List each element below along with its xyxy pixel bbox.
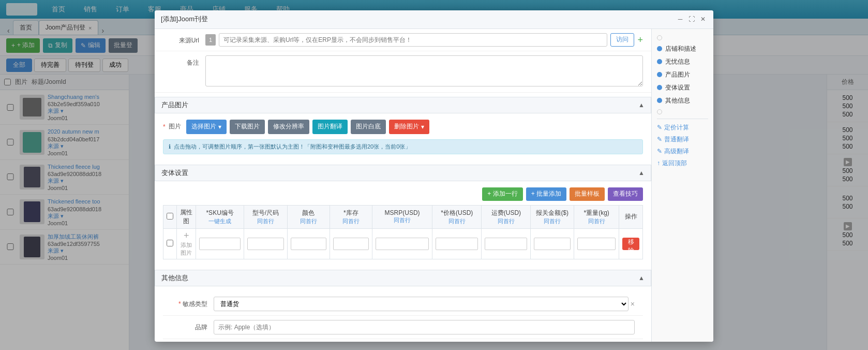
th-checkbox <box>163 205 177 228</box>
required-star: * <box>163 123 166 130</box>
brand-input[interactable] <box>214 320 635 334</box>
other-info-section-header: 其他信息 ▲ <box>155 270 651 286</box>
color-input[interactable] <box>291 238 326 250</box>
clear-sensitive-button[interactable]: × <box>631 300 635 308</box>
modal-main-content: 来源Url 1 访问 + 备注 <box>155 29 651 342</box>
sku-input[interactable] <box>199 238 241 250</box>
images-collapse-button[interactable]: ▲ <box>638 101 645 109</box>
url-input[interactable] <box>219 33 607 47</box>
declare-input[interactable] <box>534 238 571 250</box>
translate-image-button[interactable]: 图片翻译 <box>312 120 348 134</box>
images-section-header: 产品图片 ▲ <box>155 97 651 113</box>
declare-cell <box>531 228 574 259</box>
color-sync-link[interactable]: 同首行 <box>291 217 326 225</box>
msrp-input[interactable] <box>376 238 429 250</box>
sidebar-info-item[interactable]: 无忧信息 <box>657 57 708 66</box>
remove-row-button[interactable]: 移除 <box>622 238 639 250</box>
maximize-button[interactable]: ⛶ <box>687 15 696 23</box>
other-info-title: 其他信息 <box>161 273 188 283</box>
sku-cell <box>196 228 244 259</box>
variant-section-header: 变体设置 ▲ <box>155 165 651 181</box>
pricing-calc-link[interactable]: ✎ 定价计算 <box>657 123 708 132</box>
add-image-button[interactable]: + 添加图片 <box>180 231 192 257</box>
visit-button[interactable]: 访问 <box>610 33 634 47</box>
stock-cell <box>330 228 372 259</box>
add-row-button[interactable]: + 添加一行 <box>482 187 522 201</box>
add-img-cell[interactable]: + 添加图片 <box>177 228 196 259</box>
white-bg-button[interactable]: 图片白底 <box>351 120 386 134</box>
variant-section-title: 变体设置 <box>161 168 188 178</box>
stock-input[interactable] <box>333 238 369 250</box>
sku-gen-link[interactable]: 一键生成 <box>199 217 241 225</box>
msrp-sync-link[interactable]: 同首行 <box>376 216 429 224</box>
source-url-label: 来源Url <box>163 33 199 45</box>
variant-table: 属性图 *SKU编号 一键生成 型号/尺码 同首行 <box>163 205 643 259</box>
msrp-cell <box>372 228 432 259</box>
close-button[interactable]: ✕ <box>699 15 707 23</box>
note-label: 备注 <box>163 55 199 67</box>
up-arrow-icon: ↑ <box>657 159 660 167</box>
size-sync-link[interactable]: 同首行 <box>247 217 284 225</box>
sidebar-variant-item[interactable]: 变体设置 <box>657 83 708 92</box>
sidebar-extra-item <box>657 109 708 114</box>
brand-label: 品牌 <box>171 320 207 332</box>
size-input[interactable] <box>247 238 284 250</box>
th-weight: *重量(kg) 同首行 <box>574 205 619 228</box>
weight-input[interactable] <box>577 238 616 250</box>
brand-row: 品牌 <box>163 316 643 339</box>
source-url-row: 来源Url 1 访问 + <box>155 29 651 51</box>
batch-sample-button[interactable]: 批量样板 <box>570 187 605 201</box>
modal-controls: ─ ⛶ ✕ <box>676 15 707 23</box>
price-sync-link[interactable]: 同首行 <box>436 217 478 225</box>
variant-row: + 添加图片 <box>163 228 643 259</box>
other-info-collapse-button[interactable]: ▲ <box>638 274 645 282</box>
variant-row-checkbox[interactable] <box>167 240 173 246</box>
back-to-top-link[interactable]: ↑ 返回顶部 <box>657 159 708 168</box>
modal-sidebar: 店铺和描述 无忧信息 产品图片 变体设置 其他信息 <box>651 29 713 342</box>
select-image-button[interactable]: 选择图片 ▾ <box>186 120 227 134</box>
weight-sync-link[interactable]: 同首行 <box>577 217 616 225</box>
minimize-button[interactable]: ─ <box>676 15 684 23</box>
weight-cell <box>574 228 619 259</box>
note-textarea[interactable] <box>205 55 643 86</box>
th-msrp: MSRP(USD) 同首行 <box>372 205 432 228</box>
advanced-translate-icon: ✎ <box>657 148 662 155</box>
normal-translate-link[interactable]: ✎ 普通翻译 <box>657 135 708 144</box>
image-toolbar: * 图片 选择图片 ▾ 下载图片 修改分辨率 图片翻译 <box>163 120 643 134</box>
price-input[interactable] <box>436 238 478 250</box>
sensitive-select-wrapper: 普通货 × <box>214 297 635 311</box>
view-tips-button[interactable]: 查看技巧 <box>608 187 643 201</box>
note-row: 备注 <box>155 51 651 93</box>
variant-select-all[interactable] <box>167 213 173 220</box>
download-image-button[interactable]: 下载图片 <box>230 120 265 134</box>
add-img-label: 添加图片 <box>180 241 192 257</box>
delete-image-button[interactable]: 删除图片 ▾ <box>389 120 429 134</box>
th-action: 操作 <box>619 205 643 228</box>
batch-add-button[interactable]: + 批量添加 <box>526 187 566 201</box>
sidebar-images-item[interactable]: 产品图片 <box>657 70 708 79</box>
sidebar-other-item[interactable]: 其他信息 <box>657 96 708 105</box>
sensitive-type-label: 敏感类型 <box>171 297 207 309</box>
dot-icon <box>657 72 662 77</box>
advanced-translate-link[interactable]: ✎ 高级翻译 <box>657 147 708 156</box>
modal-overlay: [添加]Joom刊登 ─ ⛶ ✕ 来源Url 1 访问 <box>0 0 868 350</box>
plus-icon: + <box>184 231 189 240</box>
variant-collapse-button[interactable]: ▲ <box>638 169 645 177</box>
joom-modal: [添加]Joom刊登 ─ ⛶ ✕ 来源Url 1 访问 <box>155 10 713 342</box>
variant-section-body: + 添加一行 + 批量添加 批量样板 查看技巧 <box>155 181 651 266</box>
add-url-button[interactable]: + <box>637 35 643 45</box>
shipping-sync-link[interactable]: 同首行 <box>485 217 527 225</box>
declare-sync-link[interactable]: 同首行 <box>534 217 571 225</box>
sidebar-store-item[interactable]: 店铺和描述 <box>657 45 708 53</box>
other-section-body: 敏感类型 普通货 × 品牌 <box>155 286 651 342</box>
change-resolution-button[interactable]: 修改分辨率 <box>268 120 309 134</box>
shipping-input[interactable] <box>485 238 527 250</box>
url-content: 1 访问 + <box>205 33 643 47</box>
sensitive-type-content: 普通货 × <box>214 297 635 311</box>
url-row: 1 访问 + <box>205 33 643 47</box>
url-number: 1 <box>205 34 216 46</box>
sensitive-type-select[interactable]: 普通货 <box>214 297 628 311</box>
image-hint: ℹ 点击拖动，可调整图片顺序，第一张图默认为主图！「附图和变种图最多选用20张，… <box>163 139 643 154</box>
stock-sync-link[interactable]: 同首行 <box>333 217 369 225</box>
delete-dropdown-icon: ▾ <box>421 123 424 130</box>
